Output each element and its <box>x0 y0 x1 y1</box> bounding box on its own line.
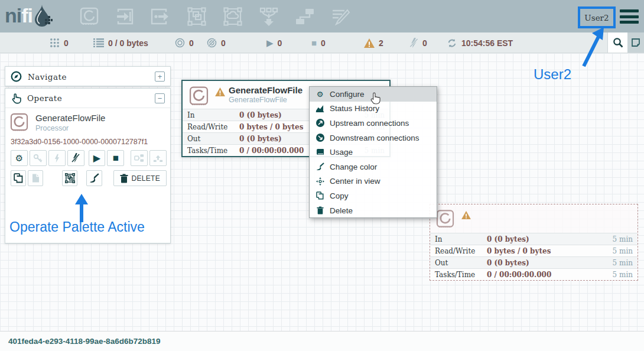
search-icon <box>613 37 623 48</box>
hand-pointer-icon <box>11 93 21 104</box>
menu-item-label: Copy <box>330 191 349 200</box>
note-icon <box>631 38 640 47</box>
stat-label: Read/Write <box>435 247 487 255</box>
stat-value: 0 bytes / 0 bytes <box>487 247 613 255</box>
trash-icon <box>120 174 128 183</box>
menu-item-label: Upstream connections <box>330 119 409 128</box>
menu-item-usage[interactable]: Usage <box>310 145 437 160</box>
processor-context-menu: ⚙ Configure Status History Upstream conn… <box>309 86 437 218</box>
menu-item-copy[interactable]: Copy <box>310 188 437 203</box>
group-button[interactable] <box>62 170 77 186</box>
hamburger-bar <box>620 9 639 12</box>
menu-item-label: Delete <box>330 206 353 215</box>
stop-icon: ■ <box>113 153 119 163</box>
disable-button[interactable] <box>67 150 84 166</box>
funnel-component-icon[interactable] <box>258 6 279 27</box>
invalid-status: 2 <box>364 32 383 53</box>
disabled-count: 0 <box>422 38 427 48</box>
operate-collapse-button[interactable]: − <box>155 93 165 103</box>
brush-icon <box>316 162 324 171</box>
access-policies-button[interactable] <box>30 150 47 166</box>
current-user-button[interactable]: User2 <box>578 6 616 28</box>
global-menu-button[interactable] <box>620 9 639 24</box>
canvas-footer: 401feda4-e293-4118-99ae-8a6d6b72b819 <box>0 331 644 351</box>
ghost-processor-stats: In 0 (0 bytes) 5 min Read/Write 0 bytes … <box>430 233 638 280</box>
invalid-count: 2 <box>379 38 383 48</box>
trash-icon <box>316 206 324 214</box>
downstream-connections-icon <box>316 134 324 142</box>
stat-label: Out <box>187 135 239 143</box>
copy-icon <box>14 173 23 183</box>
running-status: ▶ 0 <box>266 32 282 53</box>
not-transmitting-icon <box>207 38 217 48</box>
processor-stamp-icon <box>436 209 454 228</box>
template-component-icon[interactable] <box>294 6 316 27</box>
configure-button[interactable]: ⚙ <box>11 150 28 166</box>
stat-label: Out <box>435 259 487 267</box>
create-template-button[interactable] <box>131 150 148 166</box>
hamburger-bar <box>620 21 639 24</box>
label-component-icon[interactable] <box>330 6 351 27</box>
process-group-component-icon[interactable] <box>186 6 207 27</box>
operate-component-name: GenerateFlowFile <box>35 113 105 123</box>
not-transmitting-status: 0 <box>207 32 226 53</box>
copy-button[interactable] <box>11 170 26 186</box>
enable-button[interactable] <box>48 150 66 166</box>
enable-lightning-icon <box>54 154 60 163</box>
stat-window: 5 min <box>613 271 633 279</box>
fill-color-button[interactable] <box>86 170 102 186</box>
remote-process-group-component-icon[interactable] <box>222 6 243 27</box>
delete-button[interactable]: DELETE <box>113 170 167 186</box>
start-button[interactable]: ▶ <box>89 150 106 166</box>
stop-button[interactable]: ■ <box>107 150 124 166</box>
navigate-panel-title: Navigate <box>28 72 149 82</box>
disabled-status: 0 <box>409 32 427 53</box>
stopped-status: ■ 0 <box>311 32 326 53</box>
menu-item-upstream-connections[interactable]: Upstream connections <box>310 116 437 131</box>
search-button[interactable] <box>607 32 627 53</box>
output-port-component-icon[interactable] <box>151 6 172 27</box>
operate-component-id: 3f32a3d0-0156-1000-0000-0000712787f1 <box>5 134 170 148</box>
stat-window: 5 min <box>613 259 633 267</box>
menu-item-center-in-view[interactable]: Center in view <box>310 174 437 189</box>
user-callout-text: User2 <box>534 66 571 83</box>
not-transmitting-count: 0 <box>221 38 226 48</box>
navigate-expand-button[interactable]: + <box>155 72 165 82</box>
stat-label: Tasks/Time <box>187 147 239 155</box>
invalid-warning-icon <box>215 87 225 96</box>
stat-value: 0 (0 bytes) <box>487 235 613 243</box>
input-port-component-icon[interactable] <box>115 6 136 27</box>
active-threads-count: 0 <box>64 38 69 48</box>
active-threads-icon <box>50 38 60 48</box>
upload-template-button[interactable] <box>149 150 167 166</box>
operate-selected-component: GenerateFlowFile Processor <box>5 108 170 134</box>
compass-icon <box>11 71 22 82</box>
menu-item-delete[interactable]: Delete <box>310 203 437 218</box>
active-threads-status: 0 <box>50 32 69 53</box>
upstream-connections-icon <box>316 119 324 127</box>
copy-icon <box>316 191 324 200</box>
paste-button[interactable] <box>28 170 43 186</box>
nifi-app: nifi <box>0 0 644 351</box>
refresh-status[interactable]: 10:54:56 EST <box>447 32 513 53</box>
processor-component-icon[interactable] <box>79 6 100 27</box>
processor-type: GenerateFlowFile <box>229 96 303 104</box>
play-icon: ▶ <box>93 154 100 163</box>
menu-item-downstream-connections[interactable]: Downstream connections <box>310 131 437 145</box>
refresh-icon[interactable] <box>447 38 457 48</box>
stat-label: In <box>435 235 487 243</box>
nifi-drop-icon <box>33 4 53 27</box>
brush-icon <box>89 173 99 183</box>
logo-text-ni: ni <box>5 4 21 27</box>
processor-ghost-copy[interactable]: In 0 (0 bytes) 5 min Read/Write 0 bytes … <box>430 204 638 281</box>
hand-cursor <box>369 92 382 106</box>
flow-id-text: 401feda4-e293-4118-99ae-8a6d6b72b819 <box>8 337 160 346</box>
menu-item-label: Change color <box>330 162 377 171</box>
delete-button-label: DELETE <box>132 174 160 183</box>
navigate-panel: Navigate + <box>5 66 171 86</box>
bulletin-panel-toggle[interactable] <box>627 32 644 53</box>
running-count: 0 <box>278 38 282 48</box>
menu-item-change-color[interactable]: Change color <box>310 160 437 174</box>
disable-lightning-icon <box>71 153 80 163</box>
transmitting-count: 0 <box>189 38 194 48</box>
